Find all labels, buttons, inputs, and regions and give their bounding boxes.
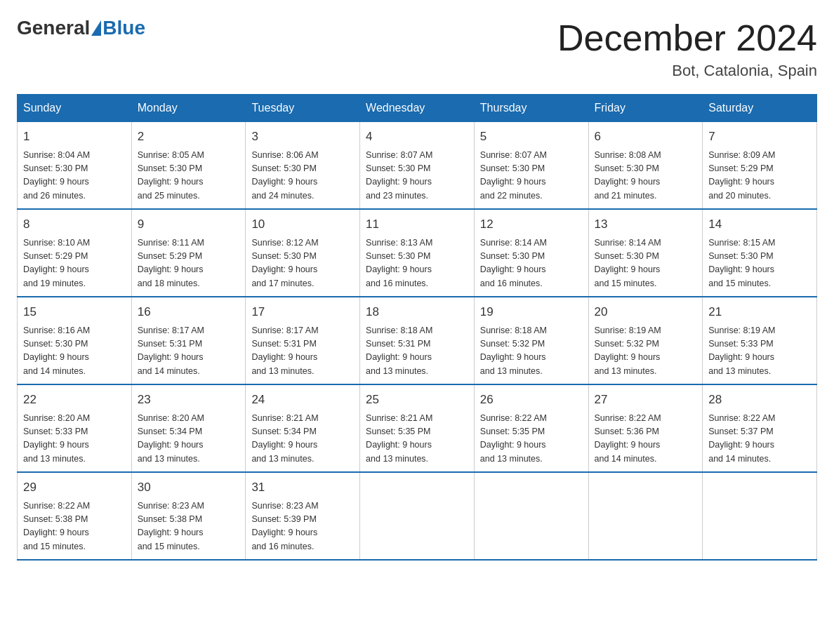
logo-blue-text: Blue xyxy=(102,17,145,39)
col-sunday: Sunday xyxy=(18,95,132,122)
table-row: 11 Sunrise: 8:13 AM Sunset: 5:30 PM Dayl… xyxy=(360,209,475,297)
day-info: Sunrise: 8:17 AM Sunset: 5:31 PM Dayligh… xyxy=(251,324,354,379)
day-info: Sunrise: 8:23 AM Sunset: 5:39 PM Dayligh… xyxy=(251,499,354,554)
table-row: 4 Sunrise: 8:07 AM Sunset: 5:30 PM Dayli… xyxy=(360,122,475,210)
day-number: 13 xyxy=(595,215,697,234)
day-number: 2 xyxy=(138,128,240,146)
calendar-week-row: 8 Sunrise: 8:10 AM Sunset: 5:29 PM Dayli… xyxy=(18,209,817,297)
day-number: 23 xyxy=(138,391,240,409)
day-info: Sunrise: 8:09 AM Sunset: 5:29 PM Dayligh… xyxy=(708,149,811,203)
table-row: 22 Sunrise: 8:20 AM Sunset: 5:33 PM Dayl… xyxy=(18,384,132,472)
table-row: 6 Sunrise: 8:08 AM Sunset: 5:30 PM Dayli… xyxy=(588,122,703,210)
table-row: 7 Sunrise: 8:09 AM Sunset: 5:29 PM Dayli… xyxy=(703,122,817,210)
day-number: 30 xyxy=(138,478,240,497)
day-info: Sunrise: 8:23 AM Sunset: 5:38 PM Dayligh… xyxy=(138,499,240,554)
day-info: Sunrise: 8:18 AM Sunset: 5:32 PM Dayligh… xyxy=(480,324,583,379)
table-row: 14 Sunrise: 8:15 AM Sunset: 5:30 PM Dayl… xyxy=(703,209,817,297)
title-section: December 2024 Bot, Catalonia, Spain xyxy=(557,17,817,80)
col-wednesday: Wednesday xyxy=(360,95,475,122)
location-title: Bot, Catalonia, Spain xyxy=(557,62,817,80)
table-row: 21 Sunrise: 8:19 AM Sunset: 5:33 PM Dayl… xyxy=(703,297,817,384)
table-row xyxy=(474,472,588,560)
calendar-week-row: 1 Sunrise: 8:04 AM Sunset: 5:30 PM Dayli… xyxy=(18,122,817,210)
table-row: 9 Sunrise: 8:11 AM Sunset: 5:29 PM Dayli… xyxy=(131,209,246,297)
calendar-week-row: 15 Sunrise: 8:16 AM Sunset: 5:30 PM Dayl… xyxy=(18,297,817,384)
table-row: 13 Sunrise: 8:14 AM Sunset: 5:30 PM Dayl… xyxy=(588,209,703,297)
table-row: 16 Sunrise: 8:17 AM Sunset: 5:31 PM Dayl… xyxy=(131,297,246,384)
day-info: Sunrise: 8:05 AM Sunset: 5:30 PM Dayligh… xyxy=(138,149,240,203)
day-info: Sunrise: 8:20 AM Sunset: 5:34 PM Dayligh… xyxy=(138,412,240,467)
day-info: Sunrise: 8:17 AM Sunset: 5:31 PM Dayligh… xyxy=(138,324,240,379)
day-number: 6 xyxy=(595,128,697,146)
day-number: 25 xyxy=(366,391,468,409)
day-number: 14 xyxy=(708,215,811,234)
day-info: Sunrise: 8:11 AM Sunset: 5:29 PM Dayligh… xyxy=(138,236,240,291)
calendar-header-row: Sunday Monday Tuesday Wednesday Thursday… xyxy=(18,95,817,122)
day-number: 1 xyxy=(23,128,126,146)
day-number: 8 xyxy=(23,215,126,234)
table-row xyxy=(588,472,703,560)
calendar-week-row: 22 Sunrise: 8:20 AM Sunset: 5:33 PM Dayl… xyxy=(18,384,817,472)
day-number: 4 xyxy=(366,128,468,146)
day-info: Sunrise: 8:14 AM Sunset: 5:30 PM Dayligh… xyxy=(595,236,697,291)
logo: General Blue xyxy=(17,17,145,39)
table-row: 19 Sunrise: 8:18 AM Sunset: 5:32 PM Dayl… xyxy=(474,297,588,384)
table-row: 15 Sunrise: 8:16 AM Sunset: 5:30 PM Dayl… xyxy=(18,297,132,384)
day-number: 17 xyxy=(251,303,354,321)
day-info: Sunrise: 8:06 AM Sunset: 5:30 PM Dayligh… xyxy=(251,149,354,203)
table-row: 10 Sunrise: 8:12 AM Sunset: 5:30 PM Dayl… xyxy=(246,209,360,297)
day-number: 27 xyxy=(595,391,697,409)
table-row xyxy=(360,472,475,560)
day-number: 5 xyxy=(480,128,583,146)
day-info: Sunrise: 8:15 AM Sunset: 5:30 PM Dayligh… xyxy=(708,236,811,291)
day-info: Sunrise: 8:08 AM Sunset: 5:30 PM Dayligh… xyxy=(595,149,697,203)
day-info: Sunrise: 8:19 AM Sunset: 5:32 PM Dayligh… xyxy=(595,324,697,379)
table-row: 31 Sunrise: 8:23 AM Sunset: 5:39 PM Dayl… xyxy=(246,472,360,560)
day-info: Sunrise: 8:10 AM Sunset: 5:29 PM Dayligh… xyxy=(23,236,126,291)
page-header: General Blue December 2024 Bot, Cataloni… xyxy=(17,17,817,80)
calendar-week-row: 29 Sunrise: 8:22 AM Sunset: 5:38 PM Dayl… xyxy=(18,472,817,560)
table-row: 30 Sunrise: 8:23 AM Sunset: 5:38 PM Dayl… xyxy=(131,472,246,560)
day-info: Sunrise: 8:14 AM Sunset: 5:30 PM Dayligh… xyxy=(480,236,583,291)
day-info: Sunrise: 8:19 AM Sunset: 5:33 PM Dayligh… xyxy=(708,324,811,379)
col-saturday: Saturday xyxy=(703,95,817,122)
logo-triangle-icon xyxy=(91,20,101,36)
table-row: 18 Sunrise: 8:18 AM Sunset: 5:31 PM Dayl… xyxy=(360,297,475,384)
day-number: 15 xyxy=(23,303,126,321)
day-number: 31 xyxy=(251,478,354,497)
day-number: 18 xyxy=(366,303,468,321)
table-row: 29 Sunrise: 8:22 AM Sunset: 5:38 PM Dayl… xyxy=(18,472,132,560)
table-row: 3 Sunrise: 8:06 AM Sunset: 5:30 PM Dayli… xyxy=(246,122,360,210)
day-info: Sunrise: 8:07 AM Sunset: 5:30 PM Dayligh… xyxy=(480,149,583,203)
day-info: Sunrise: 8:21 AM Sunset: 5:34 PM Dayligh… xyxy=(251,412,354,467)
day-number: 28 xyxy=(708,391,811,409)
day-info: Sunrise: 8:22 AM Sunset: 5:35 PM Dayligh… xyxy=(480,412,583,467)
table-row: 24 Sunrise: 8:21 AM Sunset: 5:34 PM Dayl… xyxy=(246,384,360,472)
day-number: 22 xyxy=(23,391,126,409)
table-row: 28 Sunrise: 8:22 AM Sunset: 5:37 PM Dayl… xyxy=(703,384,817,472)
day-info: Sunrise: 8:18 AM Sunset: 5:31 PM Dayligh… xyxy=(366,324,468,379)
day-info: Sunrise: 8:16 AM Sunset: 5:30 PM Dayligh… xyxy=(23,324,126,379)
day-info: Sunrise: 8:13 AM Sunset: 5:30 PM Dayligh… xyxy=(366,236,468,291)
table-row: 12 Sunrise: 8:14 AM Sunset: 5:30 PM Dayl… xyxy=(474,209,588,297)
day-info: Sunrise: 8:21 AM Sunset: 5:35 PM Dayligh… xyxy=(366,412,468,467)
day-number: 7 xyxy=(708,128,811,146)
day-info: Sunrise: 8:12 AM Sunset: 5:30 PM Dayligh… xyxy=(251,236,354,291)
table-row: 17 Sunrise: 8:17 AM Sunset: 5:31 PM Dayl… xyxy=(246,297,360,384)
table-row: 2 Sunrise: 8:05 AM Sunset: 5:30 PM Dayli… xyxy=(131,122,246,210)
col-friday: Friday xyxy=(588,95,703,122)
day-info: Sunrise: 8:22 AM Sunset: 5:36 PM Dayligh… xyxy=(595,412,697,467)
day-number: 20 xyxy=(595,303,697,321)
col-thursday: Thursday xyxy=(474,95,588,122)
table-row: 27 Sunrise: 8:22 AM Sunset: 5:36 PM Dayl… xyxy=(588,384,703,472)
day-number: 26 xyxy=(480,391,583,409)
day-number: 9 xyxy=(138,215,240,234)
table-row: 8 Sunrise: 8:10 AM Sunset: 5:29 PM Dayli… xyxy=(18,209,132,297)
day-info: Sunrise: 8:20 AM Sunset: 5:33 PM Dayligh… xyxy=(23,412,126,467)
day-number: 24 xyxy=(251,391,354,409)
table-row: 26 Sunrise: 8:22 AM Sunset: 5:35 PM Dayl… xyxy=(474,384,588,472)
day-number: 3 xyxy=(251,128,354,146)
month-title: December 2024 xyxy=(557,17,817,59)
table-row: 1 Sunrise: 8:04 AM Sunset: 5:30 PM Dayli… xyxy=(18,122,132,210)
day-info: Sunrise: 8:22 AM Sunset: 5:37 PM Dayligh… xyxy=(708,412,811,467)
